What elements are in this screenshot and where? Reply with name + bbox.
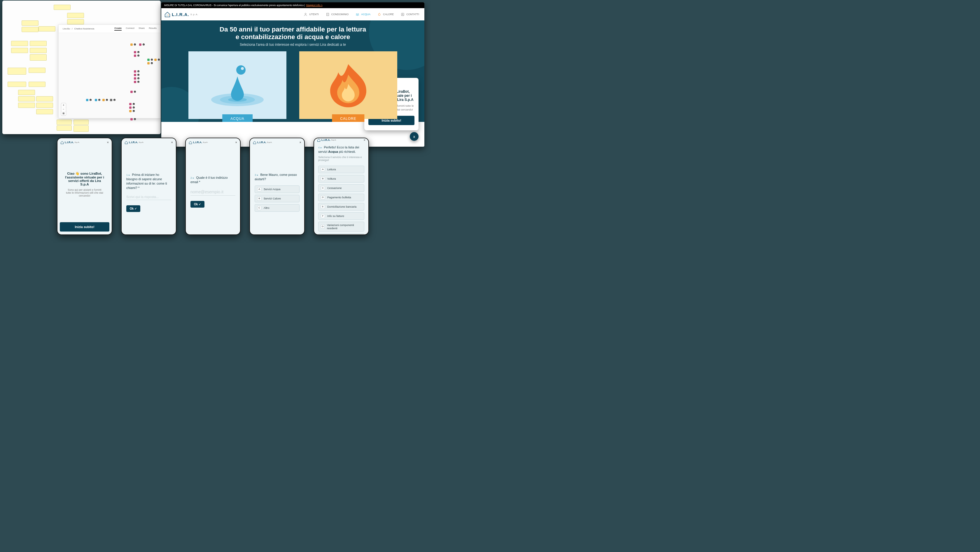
- connector-dot[interactable]: +: [143, 43, 145, 46]
- node-block[interactable]: [130, 118, 133, 121]
- connector-dot[interactable]: +: [158, 59, 160, 60]
- start-button[interactable]: Inizia subito!: [60, 222, 110, 232]
- node-block[interactable]: [86, 99, 88, 101]
- close-icon[interactable]: ×: [107, 140, 109, 144]
- house-icon: [189, 141, 192, 144]
- breadcrumb-page[interactable]: Chatbot Assistenza: [75, 27, 94, 30]
- option-variazioni[interactable]: GVariazioni componenti residenti: [318, 222, 364, 232]
- node-block[interactable]: [134, 81, 136, 83]
- tab-results[interactable]: Results: [149, 27, 157, 30]
- connector-dot[interactable]: +: [137, 54, 139, 57]
- water-drop-icon: [205, 59, 269, 111]
- connector-dot[interactable]: +: [133, 110, 135, 112]
- node-block[interactable]: [139, 43, 142, 46]
- node-block[interactable]: [154, 59, 157, 61]
- connector-dot[interactable]: +: [133, 107, 135, 108]
- close-icon[interactable]: ×: [171, 140, 173, 144]
- covid-notice-bar: MISURE DI TUTELA DAL CORONAVIRUS - Si co…: [161, 2, 425, 8]
- brand-suffix: S.p.A.: [331, 139, 336, 141]
- node-block[interactable]: [134, 51, 136, 53]
- close-icon[interactable]: ×: [299, 140, 301, 144]
- tab-share[interactable]: Share: [138, 27, 145, 30]
- node-block[interactable]: [134, 77, 136, 80]
- connector-dot[interactable]: +: [137, 74, 139, 76]
- connector-dot[interactable]: +: [98, 99, 100, 101]
- node-block[interactable]: [134, 54, 136, 57]
- connector-dot[interactable]: +: [134, 118, 136, 120]
- option-key: G: [321, 224, 325, 229]
- connector-dot[interactable]: +: [137, 81, 139, 83]
- calore-button[interactable]: CALORE: [332, 114, 364, 122]
- tile-calore[interactable]: CALORE: [299, 51, 397, 119]
- connector-dot[interactable]: +: [137, 70, 139, 72]
- nav-acqua[interactable]: ACQUA: [356, 13, 371, 16]
- connector-dot[interactable]: +: [113, 99, 116, 101]
- flow-node: [11, 48, 28, 53]
- connector-dot[interactable]: +: [137, 77, 139, 79]
- connector-dot[interactable]: +: [137, 51, 139, 53]
- zoom-out[interactable]: −: [61, 107, 66, 111]
- flow-node: [54, 5, 71, 10]
- option-cessazione[interactable]: CCessazione: [318, 184, 364, 192]
- phone-q3-options: L.I.R.A. S.p.A. × 3 ▸ Bene Mauro, come p…: [250, 138, 305, 235]
- connector-dot[interactable]: +: [89, 99, 92, 101]
- flow-node: [29, 82, 46, 87]
- question-hint: Seleziona il servizio che ti interessa e…: [318, 156, 364, 162]
- zoom-fit-icon[interactable]: ▦: [61, 111, 66, 116]
- options-list: AServizi Acqua BServizi Calore CAltro: [255, 185, 299, 212]
- node-block[interactable]: [129, 110, 132, 112]
- connector-dot[interactable]: +: [106, 99, 108, 101]
- name-input[interactable]: Scrivi qui la risposta...: [126, 195, 171, 200]
- node-block[interactable]: [95, 99, 97, 101]
- option-voltura[interactable]: BVoltura: [318, 175, 364, 183]
- node-block[interactable]: [134, 74, 136, 76]
- connector-dot[interactable]: +: [133, 103, 135, 105]
- option-info-fatture[interactable]: FInfo su fatture: [318, 212, 364, 220]
- connector-dot[interactable]: +: [134, 43, 136, 46]
- option-altro[interactable]: CAltro: [255, 204, 299, 212]
- node-block[interactable]: [147, 62, 150, 64]
- connector-dot[interactable]: +: [151, 62, 153, 64]
- chat-fab-button[interactable]: x: [410, 132, 418, 141]
- connector-dot[interactable]: +: [134, 91, 136, 93]
- nav-calore[interactable]: CALORE: [377, 13, 394, 16]
- nav-contatti[interactable]: CONTATTI: [401, 13, 419, 16]
- node-block[interactable]: [147, 59, 150, 61]
- landing-page: MISURE DI TUTELA DAL CORONAVIRUS - Si co…: [161, 2, 425, 147]
- notice-link[interactable]: Maggiori info >: [306, 4, 323, 7]
- nav-utenti[interactable]: UTENTI: [304, 13, 319, 16]
- close-icon[interactable]: ×: [235, 140, 237, 144]
- zoom-in[interactable]: +: [61, 103, 66, 107]
- connector-dot[interactable]: +: [151, 59, 153, 60]
- node-block[interactable]: [129, 107, 132, 109]
- tab-connect[interactable]: Connect: [126, 27, 134, 30]
- nav-condominio[interactable]: CONDOMINIO: [326, 13, 349, 16]
- option-servizi-acqua[interactable]: AServizi Acqua: [255, 185, 299, 193]
- svg-point-5: [402, 14, 403, 14]
- node-block[interactable]: [102, 99, 105, 101]
- close-icon[interactable]: ×: [364, 138, 366, 142]
- tile-acqua[interactable]: ACQUA: [188, 51, 286, 119]
- option-domiciliazione[interactable]: EDomiciliazione bancaria: [318, 203, 364, 210]
- acqua-button[interactable]: ACQUA: [222, 114, 253, 122]
- option-sostituzione[interactable]: HSostituzione contatore: [318, 233, 364, 235]
- option-key: D: [321, 196, 325, 199]
- builder-canvas[interactable]: + + + + + + + + + + + + +: [59, 33, 161, 118]
- option-label: Lettura: [327, 168, 336, 171]
- ok-button[interactable]: Ok ✓: [191, 201, 204, 208]
- node-block[interactable]: [130, 91, 133, 93]
- node-block[interactable]: [134, 70, 136, 73]
- node-block[interactable]: [110, 99, 112, 101]
- option-pagamento[interactable]: DPagamento bolletta: [318, 194, 364, 201]
- node-block[interactable]: [130, 43, 133, 46]
- brand-logo[interactable]: L.I.R.A. S.p.A.: [164, 11, 198, 17]
- option-servizi-calore[interactable]: BServizi Calore: [255, 195, 299, 202]
- node-block[interactable]: [129, 103, 132, 105]
- email-input[interactable]: nome@esempio.it: [191, 189, 235, 196]
- breadcrumb-root[interactable]: Lira Bo: [63, 27, 70, 30]
- nav-label: CONTATTI: [406, 13, 419, 16]
- tab-create[interactable]: Create: [115, 27, 122, 30]
- ok-button[interactable]: Ok ✓: [126, 205, 140, 212]
- option-lettura[interactable]: ALettura: [318, 165, 364, 173]
- option-label: Domiciliazione bancaria: [327, 205, 356, 208]
